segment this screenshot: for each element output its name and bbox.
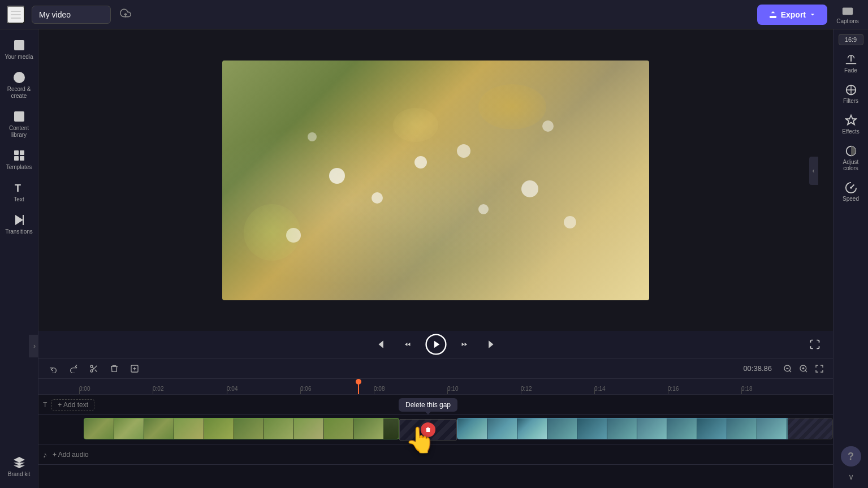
svg-text:T: T [15, 183, 21, 194]
sidebar-item-record-create[interactable]: Record &create [2, 66, 36, 104]
sidebar-item-label: Adjustcolors [843, 159, 859, 171]
sidebar-item-label: Your media [5, 54, 33, 61]
sidebar-item-transitions[interactable]: Transitions [2, 209, 36, 240]
ruler-label: 0:14 [594, 386, 605, 392]
clip-thumbnails-right [457, 418, 824, 439]
sidebar-item-label: Text [14, 196, 24, 203]
sidebar-item-label: Transitions [5, 228, 33, 235]
ruler-label: 0:18 [741, 386, 752, 392]
fit-timeline-button[interactable] [813, 362, 826, 375]
sidebar-item-label: Speed [843, 196, 859, 202]
svg-point-7 [17, 75, 21, 80]
delete-button[interactable] [106, 361, 122, 377]
menu-button[interactable] [7, 6, 25, 24]
sidebar-item-brand-kit[interactable]: Brand kit [2, 451, 36, 482]
timeline-toolbar: 00:38.86 [38, 359, 833, 379]
aspect-ratio-button[interactable]: 16:9 [839, 34, 863, 45]
timeline-ruler: 0:00 0:02 0:04 0:06 0:08 0:10 0:12 0:14 [38, 379, 833, 395]
playhead[interactable] [358, 379, 359, 395]
ruler-label: 0:02 [153, 386, 163, 392]
timeline-tracks: T + Add text [38, 395, 833, 488]
right-sidebar: 16:9 Fade Filters Effects Adjustcolors S… [833, 29, 868, 488]
timeline-area: 00:38.86 [38, 358, 833, 488]
cloud-save-icon [120, 7, 131, 21]
sidebar-item-content-library[interactable]: Contentlibrary [2, 105, 36, 143]
audio-track-row: ♪ + Add audio [38, 444, 833, 465]
clip-thumbnails [84, 418, 399, 439]
sidebar-item-label: Record &create [7, 86, 31, 100]
sidebar-item-label: Templates [6, 164, 32, 171]
delete-gap-button[interactable] [421, 422, 435, 437]
video-title-input[interactable] [32, 6, 111, 24]
video-clip-left[interactable] [84, 418, 399, 439]
zoom-out-button[interactable] [781, 362, 794, 375]
sidebar-item-speed[interactable]: Speed [836, 177, 866, 206]
svg-rect-13 [23, 215, 24, 225]
ruler-label: 0:10 [447, 386, 458, 392]
svg-rect-3 [843, 8, 853, 15]
ruler-label: 0:06 [300, 386, 311, 392]
ruler-label: 0:04 [227, 386, 237, 392]
redo-button[interactable] [66, 361, 81, 377]
sidebar-item-label: Effects [842, 128, 859, 135]
playback-controls [38, 331, 833, 358]
sidebar-item-effects[interactable]: Effects [836, 110, 866, 139]
right-collapse-button[interactable]: ‹ [809, 157, 818, 185]
left-sidebar: Your media Record &create Contentlibrary… [0, 29, 38, 488]
sidebar-item-templates[interactable]: Templates [2, 144, 36, 175]
video-track-row: Delete this gap [38, 415, 833, 444]
sidebar-item-label: Fade [844, 67, 857, 74]
ruler-label: 0:00 [79, 386, 90, 392]
skip-start-button[interactable] [371, 335, 389, 353]
rewind-button[interactable] [398, 335, 416, 353]
delete-gap-tooltip: Delete this gap [399, 398, 457, 412]
video-bg [222, 61, 649, 300]
ruler-label: 0:16 [668, 386, 679, 392]
video-clip-right[interactable] [457, 418, 824, 439]
sidebar-item-your-media[interactable]: Your media [2, 34, 36, 65]
chevron-down-button[interactable]: ∨ [846, 470, 856, 483]
zoom-controls [781, 362, 826, 375]
sidebar-item-label: Contentlibrary [9, 125, 29, 139]
export-button[interactable]: Export [757, 5, 827, 25]
cut-button[interactable] [86, 361, 102, 377]
captions-button[interactable]: Captions [834, 5, 861, 24]
svg-rect-9 [20, 150, 24, 155]
svg-rect-8 [14, 150, 19, 155]
sidebar-item-adjust-colors[interactable]: Adjustcolors [836, 140, 866, 176]
main-area: Your media Record &create Contentlibrary… [0, 29, 868, 488]
top-bar: Export Captions [0, 0, 868, 29]
fullscreen-button[interactable] [806, 335, 824, 353]
add-to-timeline-button[interactable] [127, 361, 142, 377]
forward-button[interactable] [456, 335, 474, 353]
ruler-label: 0:12 [521, 386, 532, 392]
timeline-content: 0:00 0:02 0:04 0:06 0:08 0:10 0:12 0:14 [38, 379, 833, 488]
ruler-label: 0:08 [374, 386, 385, 392]
sidebar-item-label: Filters [843, 98, 858, 104]
sidebar-item-label: Brand kit [8, 471, 30, 478]
play-button[interactable] [425, 334, 447, 355]
center-area: 00:38.86 [38, 29, 833, 488]
video-canvas [222, 61, 649, 300]
svg-point-20 [850, 187, 852, 189]
add-text-button[interactable]: + Add text [51, 399, 94, 411]
svg-rect-10 [14, 156, 19, 161]
sidebar-item-fade[interactable]: Fade [836, 49, 866, 78]
undo-button[interactable] [45, 361, 61, 377]
skip-end-button[interactable] [483, 335, 501, 353]
gap-area[interactable]: Delete this gap [399, 419, 457, 441]
timeline-time: 00:38.86 [743, 364, 772, 373]
svg-rect-11 [20, 156, 24, 161]
help-button[interactable]: ? [841, 446, 861, 467]
zoom-in-button[interactable] [797, 362, 810, 375]
video-preview [38, 29, 833, 331]
add-audio-button[interactable]: + Add audio [49, 450, 92, 460]
timeline-end-stripe [788, 418, 833, 439]
sidebar-item-filters[interactable]: Filters [836, 79, 866, 109]
svg-point-5 [16, 42, 18, 44]
sidebar-item-text[interactable]: T Text [2, 176, 36, 208]
